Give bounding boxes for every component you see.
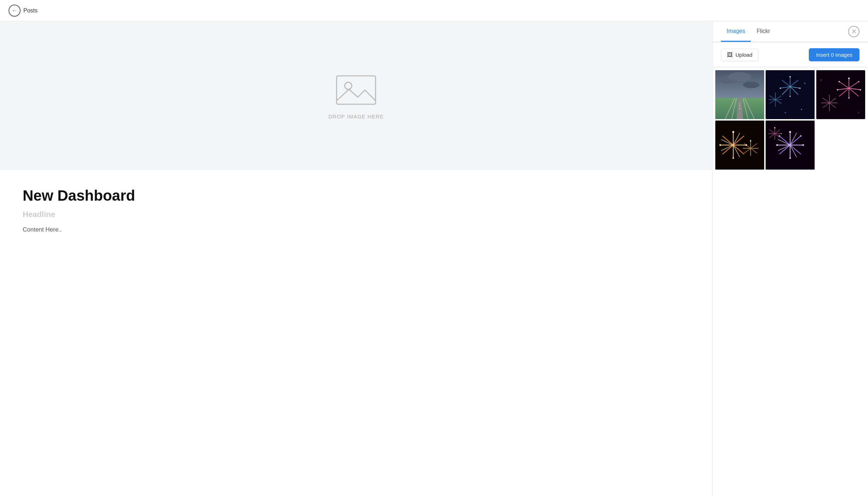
svg-rect-0	[337, 76, 376, 104]
svg-point-113	[800, 135, 802, 137]
svg-point-31	[799, 88, 801, 89]
insert-button[interactable]: Insert 0 images	[809, 48, 859, 61]
image-drop-zone[interactable]: DROP IMAGE HERE	[0, 21, 712, 170]
image-item-orange-fireworks[interactable]	[715, 121, 764, 169]
svg-point-114	[779, 135, 780, 137]
svg-point-60	[821, 79, 822, 80]
svg-point-55	[859, 89, 861, 90]
upload-icon: 🖼	[727, 52, 733, 58]
svg-point-35	[785, 112, 786, 113]
upload-label: Upload	[735, 52, 753, 58]
image-item-purple-fireworks[interactable]	[766, 121, 815, 169]
right-panel: Images Flickr ✕ 🖼 Upload Insert 0 images	[712, 21, 868, 496]
panel-toolbar: 🖼 Upload Insert 0 images	[712, 43, 868, 67]
svg-point-110	[802, 144, 804, 146]
image-placeholder-icon	[335, 72, 377, 108]
content-area: DROP IMAGE HERE New Dashboard Headline C…	[0, 21, 712, 496]
svg-point-61	[858, 112, 859, 113]
back-label: Posts	[23, 7, 38, 14]
svg-point-87	[750, 140, 751, 142]
svg-point-57	[837, 89, 838, 90]
panel-tabs: Images Flickr	[721, 21, 776, 42]
svg-point-30	[790, 76, 791, 78]
main-layout: DROP IMAGE HERE New Dashboard Headline C…	[0, 21, 868, 496]
svg-point-115	[774, 127, 776, 129]
post-content: New Dashboard Headline Content Here..	[0, 170, 712, 250]
svg-point-59	[838, 81, 840, 82]
drop-image-text: DROP IMAGE HERE	[328, 113, 384, 119]
svg-point-12	[728, 72, 751, 82]
back-button[interactable]: ← Posts	[9, 5, 38, 17]
panel-header: Images Flickr ✕	[712, 21, 868, 43]
post-title: New Dashboard	[23, 187, 689, 204]
svg-point-111	[789, 157, 791, 159]
svg-point-85	[732, 157, 734, 159]
svg-point-32	[790, 96, 791, 97]
svg-point-11	[743, 82, 759, 88]
image-item-stormy-road[interactable]	[715, 70, 764, 119]
post-body: Content Here..	[23, 226, 689, 233]
post-headline: Headline	[23, 210, 689, 219]
svg-point-86	[720, 144, 721, 146]
svg-point-84	[745, 144, 747, 146]
svg-point-1	[345, 82, 352, 89]
svg-point-36	[801, 109, 802, 110]
svg-point-116	[781, 133, 782, 134]
image-item-pink-fireworks[interactable]	[816, 70, 865, 119]
svg-point-56	[848, 97, 850, 99]
tab-flickr[interactable]: Flickr	[751, 21, 776, 42]
svg-point-109	[789, 131, 791, 133]
header: ← Posts	[0, 0, 868, 21]
svg-point-83	[732, 131, 734, 133]
upload-button[interactable]: 🖼 Upload	[721, 49, 759, 61]
svg-point-54	[848, 78, 850, 79]
close-icon: ✕	[851, 28, 857, 35]
svg-point-34	[805, 83, 806, 84]
back-icon: ←	[9, 5, 21, 17]
image-item-blue-fireworks[interactable]	[766, 70, 815, 119]
svg-point-58	[858, 81, 859, 82]
svg-point-33	[780, 88, 781, 89]
svg-point-112	[776, 144, 778, 146]
image-grid	[712, 67, 868, 173]
insert-label: Insert 0 images	[816, 52, 852, 58]
close-button[interactable]: ✕	[848, 26, 859, 37]
tab-images[interactable]: Images	[721, 21, 751, 42]
